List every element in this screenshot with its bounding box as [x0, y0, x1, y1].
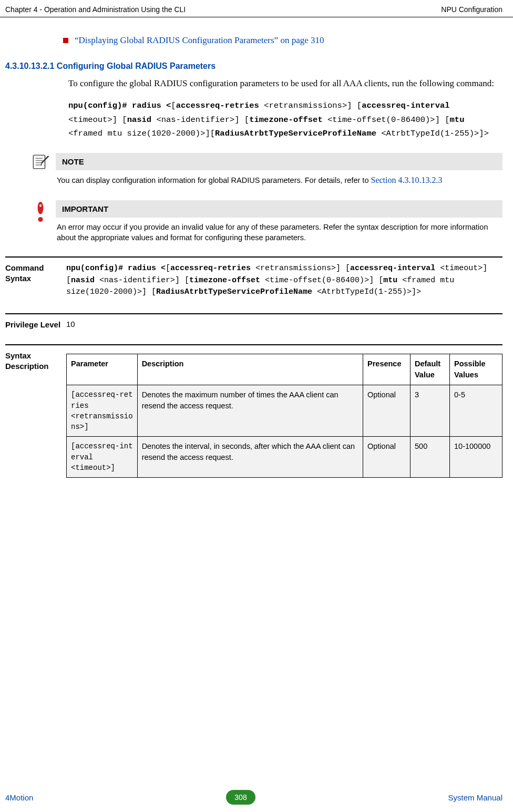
note-text-prefix: You can display configuration informatio… [57, 176, 371, 184]
important-title: IMPORTANT [56, 200, 502, 218]
table-row: [accessreq-retries<retransmissions>] Den… [67, 385, 502, 437]
section-reference-link[interactable]: Section 4.3.10.13.2.3 [371, 176, 442, 184]
th-possible: Possible Values [450, 354, 502, 385]
header-right: NPU Configuration [441, 5, 502, 14]
cell-param: [accessreq-interval<timeout>] [67, 437, 138, 478]
privilege-level-row: Privilege Level 10 [5, 313, 502, 330]
table-header-row: Parameter Description Presence Default V… [67, 354, 502, 385]
page-number-pill: 308 [226, 790, 255, 805]
note-title: NOTE [56, 153, 502, 170]
command-syntax-value: npu(config)# radius <[accessreq-retries … [66, 263, 502, 299]
th-description: Description [137, 354, 363, 385]
important-icon [25, 200, 56, 246]
header-left: Chapter 4 - Operation and Administration… [5, 5, 186, 14]
important-text: An error may occur if you provide an inv… [56, 222, 502, 246]
command-syntax-label: Command Syntax [5, 263, 66, 299]
footer-right: System Manual [448, 793, 502, 802]
syntax-description-row: Syntax Description Parameter Description… [5, 344, 502, 478]
th-default: Default Value [411, 354, 450, 385]
th-presence: Presence [363, 354, 411, 385]
syntax-description-table-wrap: Parameter Description Presence Default V… [66, 351, 502, 478]
cell-desc: Denotes the maximum number of times the … [137, 385, 363, 437]
important-callout: IMPORTANT An error may occur if you prov… [25, 200, 502, 246]
th-parameter: Parameter [67, 354, 138, 385]
privilege-level-value: 10 [66, 320, 502, 330]
cell-presence: Optional [363, 437, 411, 478]
cell-desc: Denotes the interval, in seconds, after … [137, 437, 363, 478]
page-content: “Displaying Global RADIUS Configuration … [0, 17, 513, 478]
cell-presence: Optional [363, 385, 411, 437]
cell-default: 3 [411, 385, 450, 437]
syntax-description-label: Syntax Description [5, 351, 66, 478]
cross-reference-link[interactable]: “Displaying Global RADIUS Configuration … [75, 35, 324, 46]
table-row: [accessreq-interval<timeout>] Denotes th… [67, 437, 502, 478]
section-heading: 4.3.10.13.2.1 Configuring Global RADIUS … [5, 61, 502, 71]
note-callout: NOTE You can display configuration infor… [25, 153, 502, 189]
note-icon [25, 153, 56, 189]
svg-point-7 [38, 217, 43, 222]
note-text: You can display configuration informatio… [56, 174, 502, 189]
page-footer: 4Motion 308 System Manual [0, 790, 513, 805]
svg-point-6 [39, 204, 42, 207]
bullet-square-icon [63, 38, 68, 43]
svg-point-5 [38, 202, 44, 214]
syntax-table: Parameter Description Presence Default V… [66, 354, 502, 478]
cell-default: 500 [411, 437, 450, 478]
intro-paragraph: To configure the global RADIUS configura… [68, 76, 502, 90]
bullet-link-row: “Displaying Global RADIUS Configuration … [63, 35, 502, 46]
cell-possible: 0-5 [450, 385, 502, 437]
privilege-level-label: Privilege Level [5, 320, 66, 330]
footer-left: 4Motion [5, 793, 33, 802]
command-syntax-row: Command Syntax npu(config)# radius <[acc… [5, 256, 502, 299]
page-header: Chapter 4 - Operation and Administration… [0, 0, 513, 17]
command-block: npu(config)# radius <[accessreq-retries … [68, 99, 502, 140]
cell-possible: 10-100000 [450, 437, 502, 478]
cell-param: [accessreq-retries<retransmissions>] [67, 385, 138, 437]
